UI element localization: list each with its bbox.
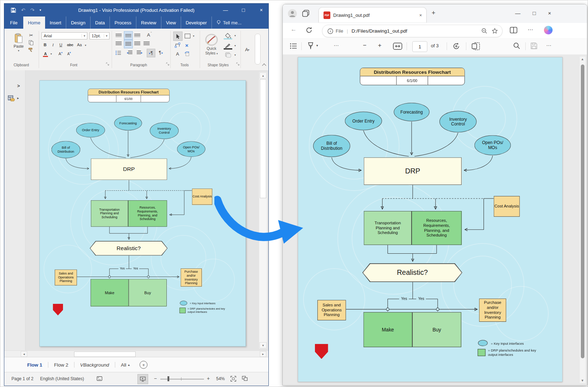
- qat-more-icon[interactable]: ▾: [39, 8, 41, 12]
- change-case-button[interactable]: Aa: [76, 42, 83, 48]
- font-name-dropdown-icon[interactable]: ▾: [82, 34, 87, 38]
- shrink-font-button[interactable]: A▾: [66, 50, 72, 57]
- stencil-flyout-arrow[interactable]: ▸: [17, 96, 19, 100]
- node-realistic[interactable]: Realistic?: [90, 241, 167, 255]
- rotate-tool-icon[interactable]: [183, 50, 191, 57]
- font-name-combo[interactable]: Arial▾: [42, 32, 87, 39]
- scroll-down-icon[interactable]: ▾: [259, 342, 267, 348]
- grow-font-button[interactable]: A▴: [57, 50, 64, 57]
- minimize-button[interactable]: —: [222, 7, 229, 13]
- canvas-horizontal-scrollbar[interactable]: ◂ ▸: [4, 350, 268, 357]
- switch-windows-icon[interactable]: [242, 376, 248, 381]
- tab-insert[interactable]: Insert: [45, 16, 66, 29]
- insert-page-button[interactable]: +: [140, 361, 147, 369]
- tab-developer[interactable]: Developer: [181, 16, 212, 29]
- pdf-scroll-down-icon[interactable]: ▼: [581, 379, 584, 382]
- pdf-zoom-out-icon[interactable]: −: [363, 42, 366, 49]
- font-color-button[interactable]: A: [42, 50, 49, 57]
- scroll-right-icon[interactable]: ▸: [260, 351, 266, 357]
- font-size-dropdown-icon[interactable]: ▾: [104, 34, 109, 38]
- favorites-star-icon[interactable]: [492, 28, 498, 34]
- tab-close-icon[interactable]: ×: [415, 13, 426, 18]
- copilot-icon[interactable]: [544, 26, 553, 34]
- node-bill-of-distribution[interactable]: Bill of Distribution: [313, 135, 350, 157]
- close-button[interactable]: ×: [548, 10, 551, 16]
- page-view-icon[interactable]: [472, 42, 480, 50]
- node-forecasting[interactable]: Forecasting: [114, 116, 142, 130]
- fill-color-icon[interactable]: [223, 32, 233, 39]
- zoom-indicator-icon[interactable]: [481, 28, 487, 34]
- bullets-icon[interactable]: [115, 49, 122, 56]
- node-resources-requirements[interactable]: Resources, Requirements, Planning, and S…: [128, 200, 167, 227]
- fit-width-icon[interactable]: [393, 43, 402, 50]
- stencil-icon[interactable]: [8, 95, 16, 102]
- search-icon[interactable]: [513, 42, 520, 49]
- case-dropdown-icon[interactable]: ▾: [84, 43, 87, 47]
- new-tab-button[interactable]: +: [432, 9, 436, 17]
- node-buy[interactable]: Buy: [128, 279, 166, 306]
- node-sales-operations-planning[interactable]: Sales and Operations Planning: [55, 269, 77, 285]
- font-size-combo[interactable]: 12pt.▾: [89, 32, 110, 39]
- page-tab-vbackground[interactable]: VBackground: [74, 362, 115, 368]
- ltr-direction-icon[interactable]: ▸¶: [147, 49, 155, 57]
- annotate-more-icon[interactable]: …: [334, 41, 339, 47]
- flowchart-title-box[interactable]: Distribution Resources Flowchart 6/1/00: [360, 68, 465, 85]
- line-color-icon[interactable]: [223, 42, 233, 49]
- align-bottom-icon[interactable]: [133, 32, 141, 38]
- strikethrough-button[interactable]: abc: [66, 42, 74, 48]
- bold-button[interactable]: B: [42, 42, 48, 48]
- profile-avatar-icon[interactable]: [288, 9, 297, 18]
- tab-process[interactable]: Process: [110, 16, 136, 29]
- zoom-percentage[interactable]: 54%: [216, 376, 225, 381]
- node-open-pos-mos[interactable]: Open POs/ MOs: [177, 141, 205, 157]
- node-purchase-inventory-planning[interactable]: Purchase and/or Inventory Planning: [479, 298, 506, 322]
- node-cost-analysis[interactable]: Cost Analysis: [494, 196, 520, 217]
- align-left-icon[interactable]: [115, 40, 123, 47]
- macro-recorder-icon[interactable]: [97, 376, 102, 381]
- node-buy[interactable]: Buy: [412, 312, 461, 347]
- info-icon[interactable]: [327, 28, 333, 34]
- tab-home[interactable]: Home: [23, 16, 45, 29]
- node-cost-analysis[interactable]: Cost Analysis: [192, 188, 213, 205]
- text-tool-button[interactable]: A: [173, 50, 182, 57]
- pdf-zoom-in-icon[interactable]: +: [378, 42, 382, 49]
- page-tab-flow1[interactable]: Flow 1: [21, 362, 48, 368]
- page-list-all-button[interactable]: All▴: [115, 362, 136, 368]
- fit-page-icon[interactable]: [230, 376, 236, 382]
- tab-view[interactable]: View: [161, 16, 181, 29]
- zoom-out-button[interactable]: −: [154, 376, 157, 381]
- page-indicator[interactable]: Page 1 of 2: [11, 376, 33, 381]
- horizontal-scroll-thumb[interactable]: [74, 352, 136, 357]
- pdf-more-icon[interactable]: …: [546, 41, 552, 47]
- node-realistic[interactable]: Realistic?: [363, 263, 462, 282]
- text-rotate-icon[interactable]: A⌃: [146, 31, 153, 38]
- connection-point-tool-icon[interactable]: ×: [183, 42, 190, 49]
- node-open-pos-mos[interactable]: Open POs/ MOs: [475, 135, 511, 155]
- node-transportation-planning[interactable]: Transportation Planning and Scheduling: [91, 200, 128, 227]
- connector-tool-icon[interactable]: [173, 42, 182, 49]
- tab-data[interactable]: Data: [90, 16, 110, 29]
- node-drp[interactable]: DRP: [91, 158, 167, 180]
- node-drp[interactable]: DRP: [364, 157, 462, 185]
- align-middle-icon[interactable]: [124, 31, 133, 40]
- toc-icon[interactable]: [290, 43, 297, 49]
- refresh-icon[interactable]: [306, 27, 313, 34]
- save-icon[interactable]: [11, 8, 16, 13]
- align-center-icon[interactable]: [124, 40, 133, 48]
- pdf-scroll-thumb[interactable]: [581, 64, 584, 358]
- node-transportation-planning[interactable]: Transportation Planning and Scheduling: [364, 211, 412, 245]
- minimize-button[interactable]: —: [515, 10, 520, 16]
- align-top-icon[interactable]: [115, 32, 123, 38]
- zoom-in-button[interactable]: +: [207, 376, 210, 381]
- page-tab-flow2[interactable]: Flow 2: [48, 362, 74, 368]
- paragraph-dialog-launcher-icon[interactable]: [166, 62, 169, 66]
- undo-icon[interactable]: ↶: [21, 7, 25, 13]
- italic-button[interactable]: I: [50, 42, 56, 48]
- page-number-input[interactable]: 1: [412, 41, 427, 52]
- pen-dropdown-icon[interactable]: ▾: [316, 44, 318, 47]
- pdf-scrollbar[interactable]: ▲ ▼: [580, 57, 585, 383]
- close-button[interactable]: ×: [258, 7, 265, 13]
- language-indicator[interactable]: English (United States): [40, 376, 84, 381]
- effects-icon[interactable]: [223, 51, 233, 59]
- address-pill[interactable]: File | D:/Files/Drawing1_out.pdf: [322, 25, 502, 37]
